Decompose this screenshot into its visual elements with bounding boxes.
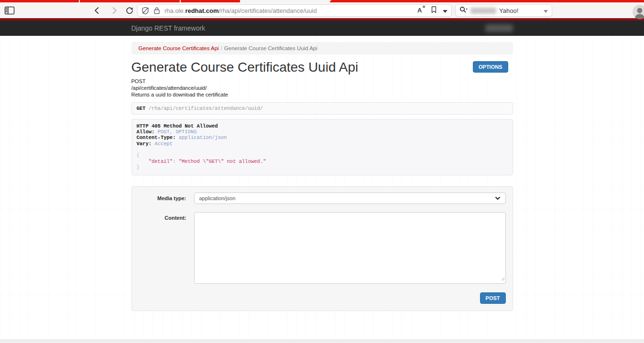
response-header-value: POST, OPTIONS	[154, 129, 196, 135]
breadcrumb-link-parent[interactable]: Generate Course Certificates Api	[139, 45, 219, 51]
json-value: "Method \"GET\" not allowed."	[179, 159, 266, 164]
request-path: /rha/api/certificates/attendance/uuid/	[149, 106, 263, 111]
url-text[interactable]: rha.ole.redhat.com/rha/api/certificates/…	[164, 7, 414, 14]
generic-content-form: Media type: application/json Content:	[131, 186, 513, 311]
url-path: /rha/api/certificates/attendance/uuid	[218, 7, 317, 14]
url-domain: redhat.com	[185, 7, 218, 14]
json-open-brace: {	[137, 152, 140, 158]
address-bar[interactable]: rha.ole.redhat.com/rha/api/certificates/…	[137, 4, 452, 17]
search-icon[interactable]	[459, 6, 468, 15]
browser-toolbar: rha.ole.redhat.com/rha/api/certificates/…	[0, 2, 644, 18]
response-header-name: Allow	[137, 129, 152, 135]
search-engine-dropdown-icon[interactable]	[544, 6, 548, 15]
bookmark-icon[interactable]	[431, 6, 437, 15]
response-header-value: application/json	[175, 135, 227, 140]
response-header-name: Vary	[137, 141, 149, 147]
drf-brand[interactable]: Django REST framework	[131, 24, 206, 32]
content-label: Content:	[139, 212, 194, 224]
allowed-method: POST	[131, 78, 513, 85]
json-colon: :	[173, 159, 179, 164]
response-status-line: HTTP 405 Method Not Allowed	[137, 123, 218, 129]
reload-button[interactable]	[124, 6, 135, 15]
search-bar[interactable]: Yahoo!	[455, 4, 552, 17]
response-header-value: Accept	[152, 141, 173, 147]
breadcrumb: Generate Course Certificates Api/Generat…	[131, 42, 513, 54]
options-button[interactable]: OPTIONS	[473, 61, 508, 73]
translate-icon[interactable]: A✕	[417, 7, 425, 14]
forward-button[interactable]	[109, 6, 120, 15]
endpoint-description: Returns a uuid to download the certifica…	[131, 91, 513, 98]
content-textarea[interactable]	[194, 212, 506, 284]
page-footer-strip	[0, 340, 644, 343]
response-box: HTTP 405 Method Not Allowed Allow: POST,…	[131, 119, 513, 175]
lock-icon[interactable]	[153, 7, 160, 14]
request-method: GET	[137, 106, 146, 111]
page-title: Generate Course Certificates Uuid Api	[131, 60, 473, 75]
breadcrumb-current: Generate Course Certificates Uuid Api	[224, 45, 317, 51]
json-key: "detail"	[149, 159, 173, 164]
user-menu-redacted[interactable]	[485, 24, 513, 32]
endpoint-path: /api/certificates/attendance/uuid/	[131, 85, 513, 91]
search-query-redacted	[470, 8, 496, 14]
back-button[interactable]	[92, 6, 102, 15]
chevron-down-icon	[495, 195, 501, 201]
url-prefix: rha.ole.	[164, 7, 185, 14]
media-type-select[interactable]: application/json	[194, 193, 506, 204]
page-body: Generate Course Certificates Api/Generat…	[0, 36, 644, 343]
tracking-protection-shield-icon[interactable]	[142, 7, 149, 15]
browser-profile-avatar[interactable]	[633, 5, 644, 19]
media-type-selected-value: application/json	[199, 195, 495, 201]
request-line: GET /rha/api/certificates/attendance/uui…	[131, 102, 513, 115]
json-close-brace: }	[137, 164, 140, 170]
sidebar-toggle-icon[interactable]	[4, 6, 15, 15]
response-header-name: Content-Type	[137, 135, 173, 140]
drf-navbar: Django REST framework	[0, 21, 644, 36]
post-submit-button[interactable]: POST	[480, 292, 506, 304]
search-engine-label: Yahoo!	[499, 7, 544, 14]
media-type-label: Media type:	[139, 193, 194, 204]
bookmarks-dropdown-icon[interactable]	[443, 6, 448, 15]
breadcrumb-separator: /	[221, 45, 222, 51]
